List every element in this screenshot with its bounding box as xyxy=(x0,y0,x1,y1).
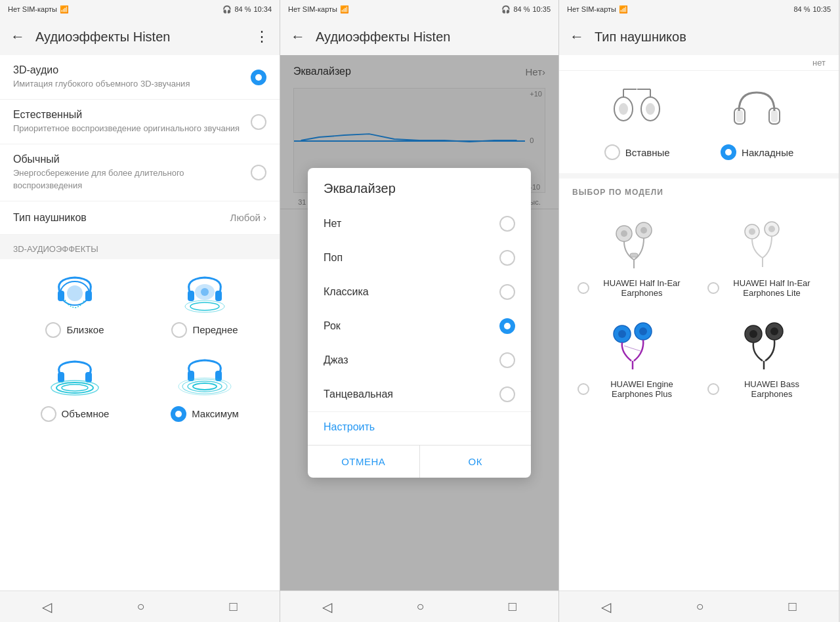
dialog-option-rock[interactable]: Рок xyxy=(308,309,531,343)
radio-surround[interactable] xyxy=(41,406,56,422)
dialog-cancel[interactable]: ОТМЕНА xyxy=(308,446,419,478)
dialog-option-pop[interactable]: Поп xyxy=(308,241,531,275)
back-button-3[interactable]: ← xyxy=(570,28,584,45)
radio-classic[interactable] xyxy=(499,284,515,300)
svg-rect-30 xyxy=(736,110,743,122)
effect-surround-label: Объемное xyxy=(62,408,110,419)
radio-half-inear[interactable] xyxy=(578,282,589,294)
more-icon-1[interactable]: ⋮ xyxy=(255,28,269,45)
radio-front[interactable] xyxy=(171,322,187,338)
radio-bass[interactable] xyxy=(707,383,719,395)
half-inear-lite-img xyxy=(734,214,793,273)
chevron-right-icon: › xyxy=(263,212,266,223)
top-bar-2: ← Аудиоэффекты Histen xyxy=(280,18,558,55)
inear-label: Вставные xyxy=(625,147,670,158)
radio-normal[interactable] xyxy=(251,165,266,180)
time-3: 10:35 xyxy=(812,5,831,13)
setting-3d-audio[interactable]: 3D-аудио Имитация глубокого объемного 3D… xyxy=(0,55,280,100)
radio-jazz[interactable] xyxy=(499,352,515,368)
effect-surround[interactable]: Объемное xyxy=(13,350,136,427)
dialog-buttons: ОТМЕНА ОК xyxy=(308,445,531,478)
setting-normal[interactable]: Обычный Энергосбережение для более длите… xyxy=(0,144,280,201)
radio-overear[interactable] xyxy=(721,144,736,160)
screen2-content: Эквалайзер Нет › +10 0 -10 xyxy=(280,55,558,591)
effect-front[interactable]: Переднее xyxy=(143,266,266,343)
home-nav-2[interactable]: ○ xyxy=(416,599,424,614)
model-half-inear-lite[interactable]: HUAWEI Half In-Ear Earphones Lite xyxy=(702,209,826,303)
page-title-1: Аудиоэффекты Histen xyxy=(35,30,255,45)
headphone-icon-status: 🎧 xyxy=(222,5,232,14)
dialog-ok[interactable]: ОК xyxy=(420,446,532,478)
back-nav-2[interactable]: ◁ xyxy=(322,599,332,615)
headphones-nav[interactable]: Тип наушников Любой › xyxy=(0,201,280,235)
svg-point-46 xyxy=(618,330,626,338)
model-header: ВЫБОР ПО МОДЕЛИ xyxy=(559,178,839,202)
svg-point-20 xyxy=(178,378,231,395)
top-bar-3: ← Тип наушников xyxy=(559,18,839,55)
svg-rect-38 xyxy=(630,253,638,257)
setting-title-3d: 3D-аудио xyxy=(13,64,243,76)
bottom-nav-3: ◁ ○ □ xyxy=(559,591,839,622)
recents-nav-1[interactable]: □ xyxy=(229,599,237,614)
model-bass[interactable]: HUAWEI Bass Earphones xyxy=(702,310,826,404)
radio-natural[interactable] xyxy=(251,114,266,130)
dialog-option-dance[interactable]: Танцевальная xyxy=(308,377,531,411)
status-bar-3: Нет SIM-карты 📶 84 % 10:35 xyxy=(559,0,839,18)
dialog-customize[interactable]: Настроить xyxy=(308,411,531,442)
svg-point-7 xyxy=(201,288,209,296)
back-button-1[interactable]: ← xyxy=(10,28,25,45)
radio-pop[interactable] xyxy=(499,250,515,266)
half-inear-img xyxy=(604,214,663,273)
dialog-overlay: Эквалайзер Нет Поп Классика Рок xyxy=(280,55,558,591)
bass-img xyxy=(734,315,793,374)
radio-max[interactable] xyxy=(171,406,186,422)
status-bar-2: Нет SIM-карты 📶 🎧 84 % 10:35 xyxy=(280,0,558,18)
dialog-option-jazz[interactable]: Джаз xyxy=(308,343,531,377)
back-nav-1[interactable]: ◁ xyxy=(42,599,52,615)
screen2: Нет SIM-карты 📶 🎧 84 % 10:35 ← Аудиоэффе… xyxy=(280,0,559,622)
recents-nav-2[interactable]: □ xyxy=(509,599,516,614)
radio-close[interactable] xyxy=(45,322,61,338)
radio-dance[interactable] xyxy=(499,386,515,402)
time-2: 10:35 xyxy=(532,5,551,13)
battery-1: 84 % xyxy=(234,5,251,13)
top-bar-1: ← Аудиоэффекты Histen ⋮ xyxy=(0,18,280,55)
dialog-option-none[interactable]: Нет xyxy=(308,207,531,241)
radio-engine-plus[interactable] xyxy=(578,383,589,395)
radio-none[interactable] xyxy=(499,216,515,232)
overear-icon xyxy=(724,84,790,136)
model-bass-label: HUAWEI Bass Earphones xyxy=(723,379,820,399)
radio-3d[interactable] xyxy=(251,70,266,85)
model-engine-plus-label: HUAWEI Engine Earphones Plus xyxy=(593,379,690,399)
dialog-title: Эквалайзер xyxy=(308,181,531,207)
bottom-nav-1: ◁ ○ □ xyxy=(0,591,280,622)
effect-close[interactable]: Близкое xyxy=(13,266,136,343)
model-engine-plus[interactable]: HUAWEI Engine Earphones Plus xyxy=(572,310,696,404)
headphone-icon-status2: 🎧 xyxy=(501,5,511,14)
type-inear[interactable]: Вставные xyxy=(604,84,670,160)
battery-3: 84 % xyxy=(793,5,810,13)
inear-icon xyxy=(604,84,670,136)
setting-natural[interactable]: Естественный Приоритетное воспроизведени… xyxy=(0,100,280,144)
page-title-3: Тип наушников xyxy=(595,30,828,45)
svg-point-8 xyxy=(190,302,219,310)
effect-max[interactable]: Максимум xyxy=(143,350,266,427)
home-nav-1[interactable]: ○ xyxy=(136,599,144,614)
model-half-inear[interactable]: HUAWEI Half In-Ear Earphones xyxy=(572,209,696,303)
model-half-inear-label: HUAWEI Half In-Ear Earphones xyxy=(593,278,690,298)
radio-half-inear-lite[interactable] xyxy=(707,282,719,294)
back-nav-3[interactable]: ◁ xyxy=(601,599,611,615)
radio-inear[interactable] xyxy=(604,144,620,160)
setting-desc-normal: Энергосбережение для более длительного в… xyxy=(13,167,243,191)
svg-point-52 xyxy=(770,327,778,335)
overear-label: Накладные xyxy=(742,147,793,158)
dialog-option-classic[interactable]: Классика xyxy=(308,275,531,309)
radio-rock[interactable] xyxy=(499,318,515,334)
recents-nav-3[interactable]: □ xyxy=(788,599,796,614)
effect-close-label: Близкое xyxy=(66,324,104,335)
home-nav-3[interactable]: ○ xyxy=(696,599,704,614)
type-overear[interactable]: Накладные xyxy=(721,84,793,160)
setting-desc-3d: Имитация глубокого объемного 3D-звучания xyxy=(13,78,243,90)
sim-status-2: Нет SIM-карты xyxy=(288,5,337,13)
back-button-2[interactable]: ← xyxy=(291,28,305,45)
